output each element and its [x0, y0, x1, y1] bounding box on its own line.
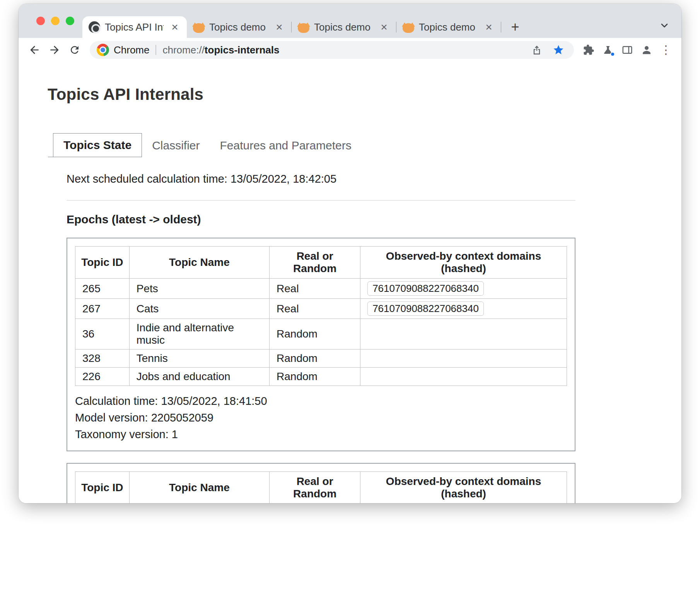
epochs-heading: Epochs (latest -> oldest) [67, 213, 575, 226]
column-header: Real or Random [270, 247, 360, 279]
topics-state-panel: Next scheduled calculation time: 13/05/2… [67, 173, 575, 503]
page-title: Topics API Internals [48, 85, 652, 104]
calculation-time: Calculation time: 13/05/2022, 18:41:50 [75, 393, 567, 410]
browser-menu-icon[interactable]: ⋮ [657, 41, 674, 58]
cat-favicon-icon [298, 23, 309, 33]
cat-favicon-icon [403, 23, 414, 33]
close-tab-icon[interactable]: × [482, 21, 495, 34]
tab-separator [501, 22, 501, 33]
observed-domains-cell [360, 319, 567, 350]
topic-id-cell: 267 [75, 299, 130, 319]
observed-domains-cell: 7610709088227068340 [360, 279, 567, 299]
tab-title: Topics demo [209, 21, 268, 33]
topic-id-cell: 265 [75, 279, 130, 299]
table-row: 265PetsReal7610709088227068340 [75, 279, 567, 299]
topic-name-cell: Pets [129, 279, 269, 299]
table-header-row: Topic IDTopic NameReal or RandomObserved… [75, 247, 567, 279]
forward-button[interactable] [46, 41, 63, 59]
real-or-random-cell: Random [270, 319, 360, 350]
side-panel-icon[interactable] [619, 41, 636, 58]
column-header: Observed-by context domains (hashed) [360, 247, 567, 279]
close-tab-icon[interactable]: × [168, 21, 181, 34]
real-or-random-cell: Random [270, 368, 360, 386]
topics-table: Topic IDTopic NameReal or RandomObserved… [75, 246, 567, 386]
url-text[interactable]: chrome://topics-internals [162, 44, 524, 56]
browser-tabs: Topics API Internals × Topics demo × Top… [82, 4, 524, 38]
next-scheduled-calculation-time: Next scheduled calculation time: 13/05/2… [67, 173, 575, 185]
page-tab-bar: Topics State Classifier Features and Par… [53, 133, 652, 157]
topic-name-cell: Jobs and education [129, 368, 269, 386]
topic-id-cell: 328 [75, 350, 130, 368]
url-scheme: chrome:// [162, 44, 204, 56]
chrome-logo-icon [97, 44, 109, 56]
topic-name-cell: Tennis [129, 350, 269, 368]
epoch-container: Topic IDTopic NameReal or RandomObserved… [67, 463, 575, 503]
real-or-random-cell: Real [270, 299, 360, 319]
table-row: 226Jobs and educationRandom [75, 368, 567, 386]
browser-window: Topics API Internals × Topics demo × Top… [19, 4, 681, 503]
epoch-meta: Calculation time: 13/05/2022, 18:41:50Mo… [75, 393, 567, 443]
omnibox-separator [155, 45, 156, 55]
column-header: Topic ID [75, 247, 130, 279]
tab-title: Topics demo [419, 21, 478, 33]
tab-title: Topics demo [314, 21, 373, 33]
table-body: 265PetsReal7610709088227068340267CatsRea… [75, 279, 567, 386]
minimize-window-button[interactable] [51, 17, 60, 25]
column-header: Topic Name [129, 471, 269, 503]
profile-avatar-icon[interactable] [638, 41, 655, 58]
table-row: 267CatsReal7610709088227068340 [75, 299, 567, 319]
close-window-button[interactable] [36, 17, 45, 25]
epochs-list: Topic IDTopic NameReal or RandomObserved… [67, 238, 575, 503]
topic-id-cell: 226 [75, 368, 130, 386]
zoom-window-button[interactable] [66, 17, 74, 25]
close-tab-icon[interactable]: × [273, 21, 286, 34]
browser-tab-topics-demo-2[interactable]: Topics demo × [292, 16, 396, 38]
flask-badge-dot [610, 52, 615, 57]
table-row: 36Indie and alternative musicRandom [75, 319, 567, 350]
cat-favicon-icon [193, 23, 205, 33]
back-button[interactable] [26, 41, 43, 59]
model-version: Model version: 2205052059 [75, 410, 567, 426]
tab-strip: Topics API Internals × Topics demo × Top… [19, 4, 681, 38]
real-or-random-cell: Real [270, 279, 360, 299]
domain-hash-box: 7610709088227068340 [367, 281, 484, 296]
window-controls [19, 4, 82, 38]
new-tab-button[interactable]: + [507, 19, 524, 36]
experiments-flask-icon[interactable] [599, 41, 616, 58]
page-content: Topics API Internals Topics State Classi… [19, 62, 681, 503]
browser-tab-topics-demo-3[interactable]: Topics demo × [396, 16, 501, 38]
topics-internals-favicon-icon [89, 21, 100, 33]
epoch-container: Topic IDTopic NameReal or RandomObserved… [67, 238, 575, 451]
browser-toolbar: Chrome chrome://topics-internals ⋮ [19, 38, 681, 62]
column-header: Topic ID [75, 471, 130, 503]
domain-hash-box: 7610709088227068340 [367, 302, 484, 316]
extensions-puzzle-icon[interactable] [580, 41, 597, 58]
reload-button[interactable] [66, 41, 84, 59]
search-engine-label: Chrome [114, 44, 149, 56]
table-header-row: Topic IDTopic NameReal or RandomObserved… [75, 471, 567, 503]
table-row: 328TennisRandom [75, 350, 567, 368]
tab-classifier[interactable]: Classifier [142, 134, 210, 157]
browser-tab-topics-demo-1[interactable]: Topics demo × [187, 16, 291, 38]
topics-table: Topic IDTopic NameReal or RandomObserved… [75, 471, 567, 503]
close-tab-icon[interactable]: × [377, 21, 391, 34]
menu-dots-glyph: ⋮ [660, 44, 672, 56]
tab-topics-state[interactable]: Topics State [53, 133, 142, 157]
taxonomy-version: Taxonomy version: 1 [75, 426, 567, 443]
tab-search-chevron-icon[interactable] [657, 19, 671, 33]
observed-domains-cell [360, 350, 567, 368]
url-host: topics-internals [205, 44, 280, 56]
tab-title: Topics API Internals [105, 21, 164, 33]
column-header: Observed-by context domains (hashed) [360, 471, 567, 503]
address-bar[interactable]: Chrome chrome://topics-internals [90, 41, 574, 59]
observed-domains-cell: 7610709088227068340 [360, 299, 567, 319]
share-icon[interactable] [528, 41, 545, 58]
tab-features-and-parameters[interactable]: Features and Parameters [210, 134, 362, 157]
column-header: Real or Random [270, 471, 360, 503]
divider [67, 200, 575, 200]
topic-name-cell: Indie and alternative music [129, 319, 269, 350]
bookmark-star-icon[interactable] [550, 41, 567, 58]
topic-name-cell: Cats [129, 299, 269, 319]
topic-id-cell: 36 [75, 319, 130, 350]
browser-tab-topics-internals[interactable]: Topics API Internals × [82, 16, 187, 38]
